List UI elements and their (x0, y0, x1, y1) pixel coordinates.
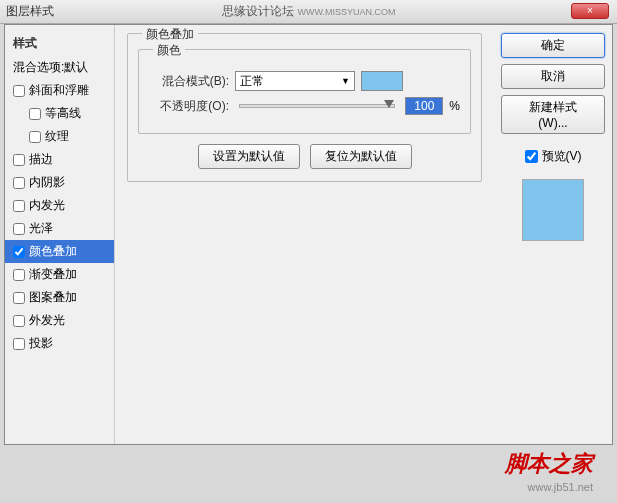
style-label: 描边 (29, 151, 53, 168)
blending-label: 混合选项:默认 (13, 59, 88, 76)
sidebar-item-5[interactable]: 内发光 (5, 194, 114, 217)
sidebar-item-0[interactable]: 斜面和浮雕 (5, 79, 114, 102)
opacity-slider[interactable] (239, 104, 395, 108)
sidebar-item-10[interactable]: 外发光 (5, 309, 114, 332)
sidebar-item-7[interactable]: 颜色叠加 (5, 240, 114, 263)
set-default-button[interactable]: 设置为默认值 (198, 144, 300, 169)
style-checkbox[interactable] (29, 131, 41, 143)
forum-url: WWW.MISSYUAN.COM (298, 7, 396, 17)
style-checkbox[interactable] (13, 154, 25, 166)
watermark: 脚本之家 www.jb51.net (505, 449, 593, 493)
section-title: 颜色叠加 (142, 26, 198, 43)
sidebar-item-1[interactable]: 等高线 (5, 102, 114, 125)
style-checkbox[interactable] (13, 338, 25, 350)
preview-label: 预览(V) (542, 148, 582, 165)
new-style-button[interactable]: 新建样式(W)... (501, 95, 605, 134)
sidebar-item-3[interactable]: 描边 (5, 148, 114, 171)
sidebar-item-9[interactable]: 图案叠加 (5, 286, 114, 309)
cancel-button[interactable]: 取消 (501, 64, 605, 89)
blend-mode-label: 混合模式(B): (149, 73, 229, 90)
style-checkbox[interactable] (13, 223, 25, 235)
style-label: 斜面和浮雕 (29, 82, 89, 99)
sidebar-header: 样式 (5, 31, 114, 56)
forum-name: 思缘设计论坛 (222, 3, 294, 20)
opacity-label: 不透明度(O): (149, 98, 229, 115)
forum-label: 思缘设计论坛 WWW.MISSYUAN.COM (222, 3, 396, 20)
style-checkbox[interactable] (13, 200, 25, 212)
style-checkbox[interactable] (29, 108, 41, 120)
color-swatch[interactable] (361, 71, 403, 91)
sidebar-item-4[interactable]: 内阴影 (5, 171, 114, 194)
slider-thumb[interactable] (384, 100, 394, 108)
window-title: 图层样式 (6, 3, 54, 20)
blend-mode-select[interactable]: 正常 ▼ (235, 71, 355, 91)
group-title: 颜色 (153, 42, 185, 59)
style-checkbox[interactable] (13, 269, 25, 281)
style-checkbox[interactable] (13, 292, 25, 304)
preview-swatch (522, 179, 584, 241)
sidebar-item-6[interactable]: 光泽 (5, 217, 114, 240)
preview-checkbox[interactable] (525, 150, 538, 163)
style-label: 光泽 (29, 220, 53, 237)
ok-button[interactable]: 确定 (501, 33, 605, 58)
style-checkbox[interactable] (13, 85, 25, 97)
style-label: 等高线 (45, 105, 81, 122)
sidebar-item-11[interactable]: 投影 (5, 332, 114, 355)
styles-sidebar: 样式 混合选项:默认 斜面和浮雕等高线纹理描边内阴影内发光光泽颜色叠加渐变叠加图… (5, 25, 115, 444)
style-label: 内发光 (29, 197, 65, 214)
style-label: 外发光 (29, 312, 65, 329)
blend-mode-value: 正常 (240, 73, 264, 90)
style-checkbox[interactable] (13, 177, 25, 189)
style-label: 内阴影 (29, 174, 65, 191)
chevron-down-icon: ▼ (341, 76, 350, 86)
opacity-value[interactable]: 100 (405, 97, 443, 115)
opacity-unit: % (449, 99, 460, 113)
style-checkbox[interactable] (13, 246, 25, 258)
style-label: 颜色叠加 (29, 243, 77, 260)
blending-options[interactable]: 混合选项:默认 (5, 56, 114, 79)
style-label: 投影 (29, 335, 53, 352)
right-panel: 确定 取消 新建样式(W)... 预览(V) (494, 25, 612, 444)
watermark-cn: 脚本之家 (505, 449, 593, 479)
style-label: 图案叠加 (29, 289, 77, 306)
style-label: 渐变叠加 (29, 266, 77, 283)
close-button[interactable]: × (571, 3, 609, 19)
watermark-en: www.jb51.net (505, 481, 593, 493)
style-label: 纹理 (45, 128, 69, 145)
style-checkbox[interactable] (13, 315, 25, 327)
reset-default-button[interactable]: 复位为默认值 (310, 144, 412, 169)
sidebar-item-8[interactable]: 渐变叠加 (5, 263, 114, 286)
main-panel: 颜色叠加 颜色 混合模式(B): 正常 ▼ 不透明度(O): 100 % 设置为… (115, 25, 494, 444)
sidebar-item-2[interactable]: 纹理 (5, 125, 114, 148)
